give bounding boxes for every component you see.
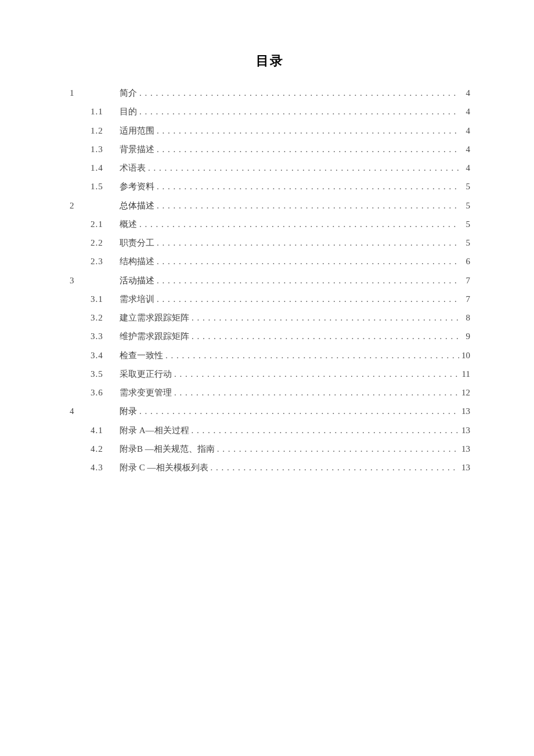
toc-dot-leader	[174, 365, 460, 383]
toc-subsection-number: 2.2	[91, 233, 120, 252]
toc-entry: 1.5参考资料5	[70, 177, 470, 196]
toc-entry-title: 总体描述	[120, 196, 157, 215]
toc-subsection-number: 1.1	[91, 102, 120, 121]
toc-title: 目录	[70, 52, 470, 70]
toc-subsection-number: 2.3	[91, 252, 120, 271]
toc-entry-title: 需求培训	[120, 290, 157, 308]
toc-page-number: 12	[459, 383, 470, 402]
toc-section-number: 2	[70, 196, 91, 215]
toc-subsection-number: 3.2	[91, 308, 120, 327]
toc-entry-title: 采取更正行动	[120, 365, 174, 383]
toc-entry-title: 检查一致性	[120, 346, 165, 365]
toc-page-number: 8	[460, 308, 470, 327]
toc-entry: 4附录13	[70, 402, 470, 420]
toc-dot-leader	[157, 140, 460, 159]
toc-dot-leader	[217, 440, 459, 458]
toc-entry-title: 参考资料	[120, 177, 157, 196]
toc-subsection-number: 1.3	[91, 140, 120, 159]
toc-entry-title: 附录 A—相关过程	[120, 421, 192, 440]
toc-page-number: 5	[460, 215, 470, 233]
toc-page-number: 4	[460, 84, 470, 102]
toc-entry: 4.3附录 C —相关模板列表13	[70, 458, 470, 477]
toc-dot-leader	[157, 233, 460, 252]
toc-entry: 3.1需求培训7	[70, 290, 470, 308]
toc-page-number: 4	[460, 102, 470, 121]
toc-dot-leader	[139, 102, 460, 121]
toc-dot-leader	[192, 421, 459, 440]
toc-page-number: 13	[459, 421, 470, 440]
toc-page-number: 5	[460, 196, 470, 215]
toc-entry: 2.1概述5	[70, 215, 470, 233]
toc-entry-title: 背景描述	[120, 140, 157, 159]
toc-dot-leader	[192, 308, 460, 327]
toc-dot-leader	[157, 196, 460, 215]
toc-entry-title: 适用范围	[120, 121, 157, 140]
toc-entry: 1.4术语表4	[70, 159, 470, 177]
toc-entry-title: 职责分工	[120, 233, 157, 252]
toc-entry: 1简介4	[70, 84, 470, 102]
toc-subsection-number: 4.2	[91, 440, 120, 458]
toc-page-number: 4	[460, 159, 470, 177]
toc-dot-leader	[165, 346, 459, 365]
toc-subsection-number: 3.5	[91, 365, 120, 383]
toc-dot-leader	[174, 383, 459, 402]
toc-entry: 2.3结构描述6	[70, 252, 470, 271]
toc-subsection-number: 3.4	[91, 346, 120, 365]
toc-subsection-number: 2.1	[91, 215, 120, 233]
toc-page-number: 13	[459, 458, 470, 477]
toc-page-number: 13	[459, 402, 470, 420]
toc-section-number: 4	[70, 402, 91, 420]
toc-entry-title: 建立需求跟踪矩阵	[120, 308, 192, 327]
toc-dot-leader	[211, 458, 459, 477]
toc-entry: 4.1附录 A—相关过程13	[70, 421, 470, 440]
toc-subsection-number: 4.3	[91, 458, 120, 477]
toc-subsection-number: 3.3	[91, 327, 120, 345]
toc-entry-title: 附录	[120, 402, 139, 420]
toc-entry-title: 简介	[120, 84, 139, 102]
toc-page-number: 9	[460, 327, 470, 345]
toc-page-number: 11	[460, 365, 470, 383]
toc-page-number: 4	[460, 121, 470, 140]
toc-dot-leader	[139, 84, 460, 102]
toc-subsection-number: 4.1	[91, 421, 120, 440]
toc-dot-leader	[139, 215, 460, 233]
toc-entry-title: 维护需求跟踪矩阵	[120, 327, 192, 345]
toc-entry-title: 概述	[120, 215, 139, 233]
toc-page-number: 6	[460, 252, 470, 271]
toc-dot-leader	[157, 177, 460, 196]
toc-entry: 1.3背景描述4	[70, 140, 470, 159]
toc-entry: 3.2建立需求跟踪矩阵8	[70, 308, 470, 327]
toc-entry-title: 术语表	[120, 159, 148, 177]
toc-dot-leader	[157, 271, 460, 290]
toc-page-number: 7	[460, 271, 470, 290]
toc-entry-title: 结构描述	[120, 252, 157, 271]
toc-dot-leader	[192, 327, 460, 345]
toc-section-number: 1	[70, 84, 91, 102]
toc-entry: 4.2附录B —相关规范、指南13	[70, 440, 470, 458]
toc-page-number: 13	[459, 440, 470, 458]
toc-subsection-number: 3.6	[91, 383, 120, 402]
toc-subsection-number: 1.5	[91, 177, 120, 196]
toc-dot-leader	[157, 252, 460, 271]
toc-entry: 2总体描述5	[70, 196, 470, 215]
toc-page-number: 10	[459, 346, 470, 365]
toc-entry-title: 目的	[120, 102, 139, 121]
toc-entry: 2.2职责分工5	[70, 233, 470, 252]
toc-page-number: 4	[460, 140, 470, 159]
toc-dot-leader	[139, 402, 459, 420]
toc-entry-title: 附录B —相关规范、指南	[120, 440, 217, 458]
toc-subsection-number: 1.4	[91, 159, 120, 177]
toc-entry: 3活动描述7	[70, 271, 470, 290]
toc-entry-title: 附录 C —相关模板列表	[120, 458, 211, 477]
toc-subsection-number: 3.1	[91, 290, 120, 308]
toc-page-number: 7	[460, 290, 470, 308]
toc-entry: 1.2适用范围4	[70, 121, 470, 140]
toc-entry-title: 需求变更管理	[120, 383, 174, 402]
toc-entry: 1.1目的4	[70, 102, 470, 121]
toc-page-number: 5	[460, 177, 470, 196]
toc-entry: 3.6需求变更管理12	[70, 383, 470, 402]
toc-body: 1简介41.1目的41.2适用范围41.3背景描述41.4术语表41.5参考资料…	[70, 84, 470, 477]
toc-entry: 3.3维护需求跟踪矩阵9	[70, 327, 470, 345]
toc-page-number: 5	[460, 233, 470, 252]
toc-subsection-number: 1.2	[91, 121, 120, 140]
